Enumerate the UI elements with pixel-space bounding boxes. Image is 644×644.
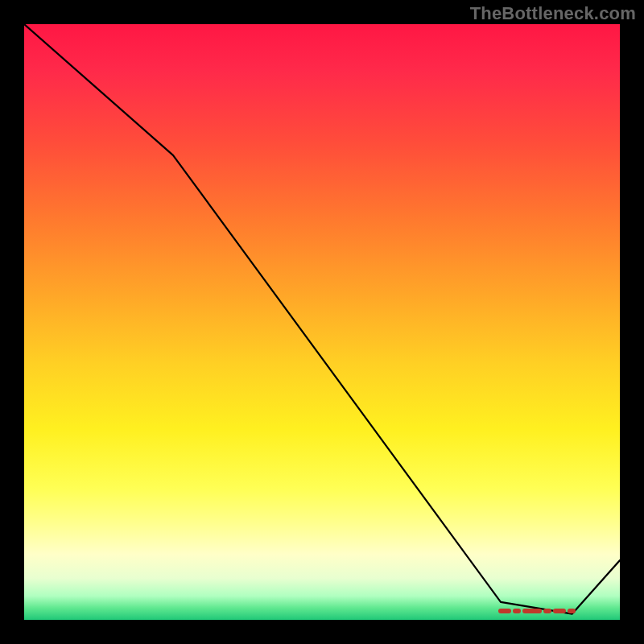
chart-svg xyxy=(24,24,620,620)
chart-frame: TheBottleneck.com xyxy=(0,0,644,644)
bottleneck-curve xyxy=(24,24,620,614)
watermark-text: TheBottleneck.com xyxy=(470,3,636,24)
plot-area xyxy=(24,24,620,620)
